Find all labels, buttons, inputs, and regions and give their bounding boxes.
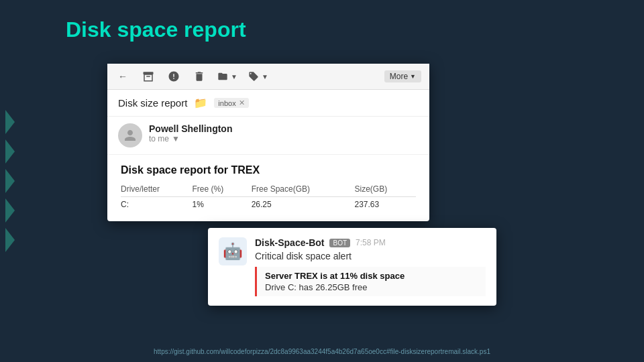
col-free-pct: Free (%)	[192, 183, 251, 197]
bot-header: Disk-Space-Bot BOT 7:58 PM	[255, 237, 486, 248]
inbox-badge: inbox ✕	[214, 98, 248, 108]
sender-to: to me ▼	[149, 134, 232, 143]
bot-avatar: 🤖	[219, 237, 247, 265]
sender-avatar	[118, 123, 142, 147]
email-header: Disk size report 📁 inbox ✕	[107, 90, 429, 117]
bot-time: 7:58 PM	[356, 238, 386, 247]
table-row: C:1%26.25237.63	[121, 197, 416, 211]
col-size-gb: Size(GB)	[355, 183, 416, 197]
email-body-title: Disk space report for TREX	[121, 164, 416, 176]
table-header-row: Drive/letter Free (%) Free Space(GB) Siz…	[121, 183, 416, 197]
email-body: Disk space report for TREX Drive/letter …	[107, 155, 429, 221]
page-title: Disk space report	[66, 17, 246, 42]
folder-icon: 📁	[194, 97, 207, 109]
email-subject: Disk size report	[118, 97, 187, 109]
bot-alert-line2: Drive C: has 26.25GB free	[265, 282, 478, 292]
email-panel: ← ▼ ▼ More ▼ Disk size report 📁 inbox ✕	[107, 64, 429, 221]
url-bar: https://gist.github.com/willcodeforpizza…	[0, 348, 644, 355]
sender-info: Powell Shellington to me ▼	[149, 123, 232, 143]
bot-alert-box: Server TREX is at 11% disk space Drive C…	[255, 267, 486, 296]
move-button[interactable]: ▼	[217, 71, 237, 82]
more-button[interactable]: More ▼	[384, 70, 421, 82]
col-free-gb: Free Space(GB)	[252, 183, 355, 197]
email-sender-row: Powell Shellington to me ▼	[107, 117, 429, 155]
email-toolbar: ← ▼ ▼ More ▼	[107, 64, 429, 90]
back-button[interactable]: ←	[115, 69, 130, 84]
alert-button[interactable]	[166, 69, 181, 84]
bot-content: Disk-Space-Bot BOT 7:58 PM Critical disk…	[255, 237, 486, 296]
archive-button[interactable]	[141, 69, 156, 84]
label-button[interactable]: ▼	[248, 71, 268, 82]
decorative-chevrons	[0, 110, 15, 252]
disk-report-table: Drive/letter Free (%) Free Space(GB) Siz…	[121, 183, 416, 210]
col-drive: Drive/letter	[121, 183, 192, 197]
bot-message-panel: 🤖 Disk-Space-Bot BOT 7:58 PM Critical di…	[208, 228, 496, 306]
bot-badge: BOT	[329, 239, 350, 247]
delete-button[interactable]	[192, 69, 207, 84]
remove-label-button[interactable]: ✕	[239, 99, 245, 107]
bot-name: Disk-Space-Bot	[255, 237, 324, 248]
bot-message-text: Critical disk space alert	[255, 251, 486, 261]
bot-alert-line1: Server TREX is at 11% disk space	[265, 271, 478, 281]
sender-name: Powell Shellington	[149, 123, 232, 134]
